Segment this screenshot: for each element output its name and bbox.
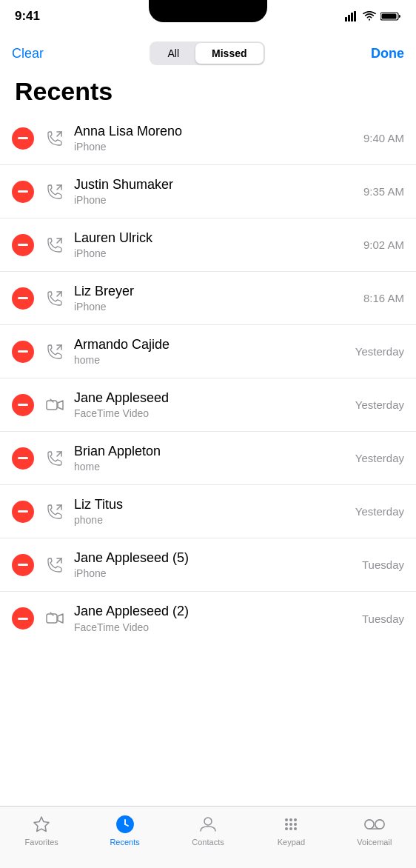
status-icons — [345, 11, 401, 21]
tab-bar: Favorites Recents Contacts — [0, 806, 416, 868]
svg-line-10 — [57, 345, 61, 350]
delete-button[interactable] — [12, 287, 34, 310]
call-time: Tuesday — [362, 558, 404, 571]
tab-favorites[interactable]: Favorites — [0, 814, 83, 847]
svg-point-33 — [375, 820, 384, 829]
list-item[interactable]: Liz TitusphoneYesterday — [0, 485, 416, 538]
phone-outgoing-icon — [43, 287, 67, 310]
svg-marker-12 — [58, 401, 63, 410]
contact-type: iPhone — [74, 141, 363, 153]
contact-name: Jane Appleseed — [74, 390, 355, 407]
tab-contacts[interactable]: Contacts — [167, 814, 249, 847]
done-button[interactable]: Done — [371, 46, 404, 61]
delete-button[interactable] — [12, 341, 34, 363]
tab-voicemail[interactable]: Voicemail — [333, 814, 416, 847]
svg-point-28 — [294, 823, 297, 826]
list-item[interactable]: Jane Appleseed (5)iPhoneTuesday — [0, 538, 416, 592]
svg-line-8 — [57, 238, 61, 243]
svg-rect-16 — [47, 614, 57, 623]
svg-line-13 — [57, 452, 61, 456]
delete-button[interactable] — [12, 234, 34, 256]
call-time: 9:02 AM — [363, 238, 404, 251]
call-time: 8:16 AM — [363, 292, 404, 304]
tab-voicemail-label: Voicemail — [357, 838, 392, 847]
list-item[interactable]: Armando CajidehomeYesterday — [0, 325, 416, 378]
delete-button[interactable] — [12, 501, 34, 523]
contact-type: iPhone — [74, 194, 363, 206]
list-item[interactable]: Justin ShumakeriPhone9:35 AM — [0, 165, 416, 218]
delete-button[interactable] — [12, 554, 34, 576]
list-item[interactable]: Jane AppleseedFaceTime VideoYesterday — [0, 378, 416, 432]
list-item[interactable]: Liz BreyeriPhone8:16 AM — [0, 272, 416, 325]
list-item[interactable]: Brian AppletonhomeYesterday — [0, 432, 416, 485]
contact-name: Jane Appleseed (2) — [74, 604, 362, 620]
svg-line-15 — [57, 558, 61, 563]
segment-control: All Missed — [150, 41, 264, 65]
call-time: Yesterday — [355, 345, 404, 358]
contacts-icon — [198, 814, 218, 835]
delete-button[interactable] — [12, 127, 34, 150]
contact-info: Lauren UlrickiPhone — [74, 230, 363, 260]
contact-info: Anna Lisa MorenoiPhone — [74, 124, 363, 153]
contact-type: phone — [74, 514, 355, 526]
contact-info: Jane Appleseed (5)iPhone — [74, 550, 362, 580]
svg-point-22 — [204, 818, 212, 825]
call-time: Tuesday — [362, 612, 404, 625]
contact-info: Justin ShumakeriPhone — [74, 177, 363, 207]
contact-type: iPhone — [74, 567, 362, 579]
svg-point-27 — [289, 823, 292, 826]
list-item[interactable]: Lauren UlrickiPhone9:02 AM — [0, 218, 416, 272]
svg-rect-1 — [348, 15, 350, 21]
call-time: Yesterday — [355, 398, 404, 411]
svg-rect-11 — [47, 401, 57, 410]
call-time: Yesterday — [355, 452, 404, 464]
delete-button[interactable] — [12, 607, 34, 630]
tab-keypad-label: Keypad — [278, 838, 305, 847]
list-item[interactable]: Jane Appleseed (2)FaceTime VideoTuesday — [0, 592, 416, 645]
phone-outgoing-icon — [43, 500, 67, 524]
segment-all[interactable]: All — [151, 43, 195, 64]
svg-marker-17 — [58, 614, 63, 623]
svg-rect-0 — [345, 17, 347, 21]
segment-missed[interactable]: Missed — [195, 43, 263, 64]
notch — [149, 0, 267, 22]
contact-info: Armando Cajidehome — [74, 337, 355, 367]
call-time: Yesterday — [355, 505, 404, 518]
nav-bar: Clear All Missed Done — [0, 33, 416, 74]
phone-outgoing-icon — [43, 553, 67, 577]
svg-line-7 — [57, 185, 61, 190]
tab-recents[interactable]: Recents — [83, 814, 166, 847]
favorites-icon — [31, 814, 52, 835]
delete-button[interactable] — [12, 447, 34, 470]
status-time: 9:41 — [15, 9, 40, 24]
svg-marker-18 — [34, 817, 49, 832]
delete-button[interactable] — [12, 394, 34, 416]
contact-type: iPhone — [74, 301, 363, 313]
status-bar: 9:41 — [0, 0, 416, 33]
svg-point-23 — [285, 818, 288, 821]
phone-outgoing-icon — [43, 180, 67, 204]
tab-favorites-label: Favorites — [25, 838, 58, 847]
contact-type: iPhone — [74, 247, 363, 259]
delete-button[interactable] — [12, 181, 34, 203]
contact-name: Justin Shumaker — [74, 177, 363, 193]
contact-info: Liz Titusphone — [74, 497, 355, 527]
clear-button[interactable]: Clear — [12, 46, 44, 61]
tab-keypad[interactable]: Keypad — [249, 814, 332, 847]
svg-line-6 — [57, 132, 61, 136]
svg-line-9 — [57, 292, 61, 296]
keypad-icon — [281, 814, 301, 835]
svg-rect-5 — [382, 14, 397, 19]
tab-recents-label: Recents — [110, 838, 139, 847]
phone-outgoing-icon — [43, 447, 67, 470]
svg-point-30 — [289, 827, 292, 830]
contact-name: Anna Lisa Moreno — [74, 124, 363, 140]
tab-contacts-label: Contacts — [192, 838, 224, 847]
call-time: 9:40 AM — [363, 132, 404, 144]
list-item[interactable]: Anna Lisa MorenoiPhone9:40 AM — [0, 112, 416, 165]
contact-name: Jane Appleseed (5) — [74, 550, 362, 567]
phone-outgoing-icon — [43, 340, 67, 364]
contact-name: Liz Breyer — [74, 284, 363, 300]
battery-icon — [380, 11, 401, 21]
phone-outgoing-icon — [43, 127, 67, 150]
